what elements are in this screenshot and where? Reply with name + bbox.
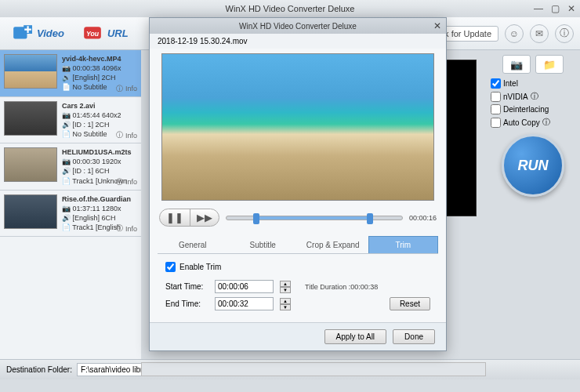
trim-seek-bar[interactable] <box>226 216 403 220</box>
title-duration: Title Duration :00:00:38 <box>305 283 378 291</box>
snapshot-button[interactable]: 📷 <box>502 55 531 74</box>
end-down-icon[interactable]: ▼ <box>280 304 291 310</box>
dialog-close-icon[interactable]: ✕ <box>433 20 441 31</box>
fastforward-button[interactable]: ▶▶ <box>190 209 219 226</box>
trim-end-handle[interactable] <box>367 213 373 224</box>
deinterlace-checkbox[interactable]: Deinterlacing <box>491 104 575 114</box>
thumbnail <box>4 194 57 229</box>
enable-trim-checkbox[interactable]: Enable Trim <box>165 262 430 272</box>
edit-dialog: WinX HD Video Converter Deluxe ✕ 2018-12… <box>149 17 447 351</box>
reset-button[interactable]: Reset <box>390 297 430 310</box>
thumbnail <box>4 147 57 182</box>
thumbnail <box>4 54 57 89</box>
apply-all-button[interactable]: Apply to All <box>324 329 386 344</box>
tab-general[interactable]: General <box>158 236 228 253</box>
maximize-icon[interactable]: ▢ <box>551 3 560 14</box>
end-time-label: End Time: <box>165 299 208 308</box>
info-button[interactable]: ⓘ Info <box>116 84 137 94</box>
pause-button[interactable]: ❚❚ <box>160 209 190 226</box>
dialog-filename: 2018-12-19 15.30.24.mov <box>150 34 446 49</box>
end-up-icon[interactable]: ▲ <box>280 298 291 304</box>
right-panel: 📷 📁 Intel nVIDIA ⓘ Deinterlacing Auto Co… <box>486 50 580 359</box>
time-display: 00:00:16 <box>409 214 437 222</box>
trim-start-handle[interactable] <box>253 213 259 224</box>
info-button[interactable]: ⓘ Info <box>116 223 137 234</box>
dialog-preview <box>161 53 434 201</box>
close-icon[interactable]: ✕ <box>567 3 575 14</box>
list-item[interactable]: Rise.of.the.Guardian 📷 01:37:11 1280x 🔊 … <box>0 191 141 238</box>
tab-crop[interactable]: Crop & Expand <box>298 236 368 253</box>
add-url-button[interactable]: You URL <box>77 20 133 47</box>
tab-trim[interactable]: Trim <box>368 236 439 253</box>
dest-label: Destination Folder: <box>6 365 72 374</box>
app-title: WinX HD Video Converter Deluxe <box>226 4 355 13</box>
info-button[interactable]: ⓘ Info <box>116 130 137 140</box>
info-button[interactable]: ⓘ Info <box>116 177 137 187</box>
nvidia-checkbox[interactable]: nVIDIA ⓘ <box>491 91 575 102</box>
start-down-icon[interactable]: ▼ <box>280 287 291 293</box>
start-time-input[interactable] <box>215 280 274 293</box>
user-icon[interactable]: ☺ <box>505 24 524 43</box>
main-titlebar: WinX HD Video Converter Deluxe ― ▢ ✕ <box>0 0 580 17</box>
open-folder-button[interactable]: 📁 <box>535 55 564 74</box>
list-item[interactable]: Cars 2.avi 📷 01:45:44 640x2 🔊 [ID : 1] 2… <box>0 97 141 144</box>
start-up-icon[interactable]: ▲ <box>280 281 291 287</box>
minimize-icon[interactable]: ― <box>534 3 543 14</box>
list-item[interactable]: HELIUMD1USA.m2ts 📷 00:00:30 1920x 🔊 [ID … <box>0 143 141 191</box>
thumbnail <box>4 101 57 136</box>
info-icon[interactable]: ⓘ <box>555 24 574 43</box>
done-button[interactable]: Done <box>393 329 435 344</box>
end-time-input[interactable] <box>215 297 274 310</box>
svg-text:You: You <box>86 30 100 38</box>
autocopy-checkbox[interactable]: Auto Copy ⓘ <box>491 117 575 128</box>
dialog-titlebar: WinX HD Video Converter Deluxe ✕ <box>150 18 446 34</box>
run-button[interactable]: RUN <box>502 134 564 197</box>
tab-subtitle[interactable]: Subtitle <box>228 236 299 253</box>
intel-checkbox[interactable]: Intel <box>491 78 575 89</box>
list-item[interactable]: yvid-4k-hevc.MP4 📷 00:00:38 4096x 🔊 [Eng… <box>0 50 141 97</box>
preview-seek[interactable] <box>141 362 486 376</box>
video-list: yvid-4k-hevc.MP4 📷 00:00:38 4096x 🔊 [Eng… <box>0 50 141 359</box>
add-video-button[interactable]: Video <box>6 20 69 47</box>
start-time-label: Start Time: <box>165 282 208 291</box>
mail-icon[interactable]: ✉ <box>530 24 549 43</box>
